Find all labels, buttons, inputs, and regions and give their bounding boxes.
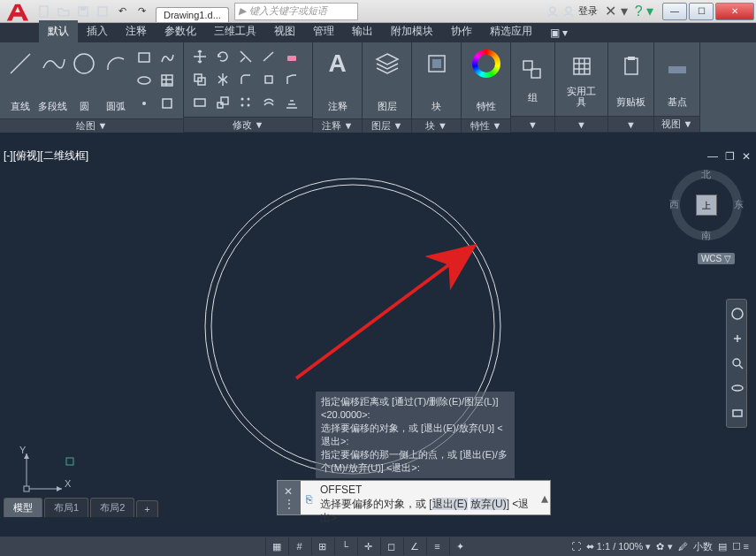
tab-annotate[interactable]: 注释 (117, 20, 156, 42)
customize-icon[interactable]: ▤ (718, 541, 727, 552)
save-icon[interactable] (76, 4, 90, 19)
drawing-canvas[interactable] (0, 149, 756, 537)
command-line[interactable]: ✕⋮ ⎘ OFFSET 选择要偏移的对象，或 [退出(E) 放弃(U)] <退出… (277, 480, 551, 515)
array-icon[interactable] (235, 92, 256, 113)
explode-icon[interactable] (258, 69, 279, 90)
dyn-toggle[interactable]: ✦ (449, 537, 470, 555)
model-paper-toggle[interactable]: ▦ (265, 537, 286, 555)
spline-icon[interactable] (157, 47, 178, 68)
tab-output[interactable]: 输出 (343, 20, 382, 42)
open-icon[interactable] (57, 4, 71, 19)
stretch-icon[interactable] (189, 92, 210, 113)
tab-3dtools[interactable]: 三维工具 (205, 20, 265, 42)
base-button[interactable]: 基点 (661, 49, 694, 110)
cube-top-face[interactable]: 上 (696, 194, 717, 216)
gear-icon[interactable]: ✿ ▾ (656, 541, 672, 552)
panel-title-layers[interactable]: 图层 ▼ (363, 118, 411, 133)
otrack-toggle[interactable]: ∠ (403, 537, 424, 555)
model-tab[interactable]: 模型 (4, 498, 42, 517)
cmd-handle-icon[interactable]: ✕⋮ (278, 481, 301, 514)
grid-toggle[interactable]: # (288, 537, 309, 555)
app-icon[interactable] (4, 0, 30, 26)
hatch-icon[interactable] (157, 70, 178, 91)
tab-insert[interactable]: 插入 (78, 20, 117, 42)
zoom-icon[interactable] (729, 354, 746, 372)
unit-style[interactable]: 小数 (693, 540, 713, 553)
block-button[interactable]: 块 (420, 46, 454, 115)
add-layout-button[interactable]: + (136, 500, 157, 517)
panel-title-blocks[interactable]: 块 ▼ (412, 118, 461, 133)
extend-icon[interactable] (258, 46, 279, 67)
line-button[interactable]: 直线 (5, 46, 34, 115)
orbit-icon[interactable] (729, 379, 746, 397)
iso-icon[interactable]: ⛶ (571, 541, 581, 552)
rotate-icon[interactable] (212, 46, 233, 67)
ellipse-icon[interactable] (134, 70, 155, 91)
exchange-icon[interactable]: ✕ ▾ (605, 3, 627, 19)
cmd-expand-icon[interactable]: ▴ (539, 481, 550, 514)
help-icon[interactable]: ? ▾ (635, 3, 653, 19)
lwt-toggle[interactable]: ≡ (426, 537, 447, 555)
erase-icon[interactable] (281, 46, 302, 67)
search-input[interactable]: ▶键入关键字或短语 (234, 3, 358, 20)
scale-readout[interactable]: ⬌ 1:1 / 100% ▾ (586, 541, 652, 552)
viewport[interactable]: [-][俯视][二维线框] — ❐ ✕ 上 北 南 西 东 WCS ▽ (0, 149, 756, 537)
panel-title-view[interactable]: 视图 ▼ (654, 116, 699, 132)
anno-icon[interactable]: 🖉 (678, 541, 688, 552)
panel-title-annotate[interactable]: 注释 ▼ (313, 118, 362, 133)
region-icon[interactable] (157, 93, 178, 114)
panel-title-modify[interactable]: 修改 ▼ (184, 117, 312, 132)
fillet-icon[interactable] (235, 69, 256, 90)
close-button[interactable]: ✕ (715, 3, 754, 20)
point-icon[interactable] (134, 93, 155, 114)
layout1-tab[interactable]: 布局1 (44, 498, 88, 517)
group-button[interactable]: 组 (516, 53, 549, 106)
move-icon[interactable] (189, 46, 210, 67)
tab-addon[interactable]: 附加模块 (382, 20, 442, 42)
view-cube[interactable]: 上 北 南 西 东 (671, 170, 742, 240)
chamfer-icon[interactable] (281, 69, 302, 90)
align-icon[interactable] (281, 92, 302, 113)
fullnav-icon[interactable] (729, 305, 746, 323)
saveas-icon[interactable] (95, 4, 110, 19)
tab-parametric[interactable]: 参数化 (156, 20, 205, 42)
copy-icon[interactable] (189, 69, 210, 90)
svg-point-6 (74, 54, 94, 73)
layout2-tab[interactable]: 布局2 (90, 498, 134, 517)
panel-title-draw[interactable]: 绘图 ▼ (0, 118, 183, 133)
clipboard-button[interactable]: 剪贴板 (615, 49, 648, 110)
new-icon[interactable] (37, 4, 51, 19)
pan-icon[interactable] (729, 330, 746, 347)
utility-button[interactable]: 实用工具 (565, 49, 599, 110)
tab-view[interactable]: 视图 (265, 20, 304, 42)
showmotion-icon[interactable] (729, 404, 746, 422)
circle-button[interactable]: 圆 (71, 46, 97, 115)
tab-more[interactable]: ▣ ▾ (541, 23, 577, 42)
wcs-badge[interactable]: WCS ▽ (698, 253, 735, 264)
arc-button[interactable]: 圆弧 (101, 46, 130, 115)
trim-icon[interactable] (235, 46, 256, 67)
mirror-icon[interactable] (212, 69, 233, 90)
annotate-button[interactable]: A 注释 (321, 46, 355, 115)
clean-screen-icon[interactable]: ☐ ≡ (732, 541, 749, 552)
tab-default[interactable]: 默认 (39, 20, 78, 42)
panel-title-props[interactable]: 特性 ▼ (462, 118, 510, 133)
ortho-toggle[interactable]: └ (334, 537, 355, 555)
redo-icon[interactable]: ↷ (134, 4, 149, 19)
maximize-button[interactable]: ☐ (689, 3, 714, 20)
offset-icon[interactable] (258, 92, 279, 113)
undo-icon[interactable]: ↶ (115, 4, 129, 19)
osnap-toggle[interactable]: ◻ (380, 537, 401, 555)
tab-collab[interactable]: 协作 (442, 20, 481, 42)
layers-button[interactable]: 图层 (370, 46, 404, 115)
tab-featured[interactable]: 精选应用 (481, 20, 541, 42)
polyline-button[interactable]: 多段线 (38, 46, 67, 115)
snap-toggle[interactable]: ⊞ (311, 537, 332, 555)
properties-button[interactable]: 特性 (470, 46, 503, 115)
login-button[interactable]: 登录 (546, 4, 598, 18)
polar-toggle[interactable]: ✛ (357, 537, 378, 555)
tab-manage[interactable]: 管理 (304, 20, 343, 42)
rect-icon[interactable] (134, 47, 155, 68)
scale-icon[interactable] (212, 92, 233, 113)
minimize-button[interactable]: — (662, 3, 687, 20)
